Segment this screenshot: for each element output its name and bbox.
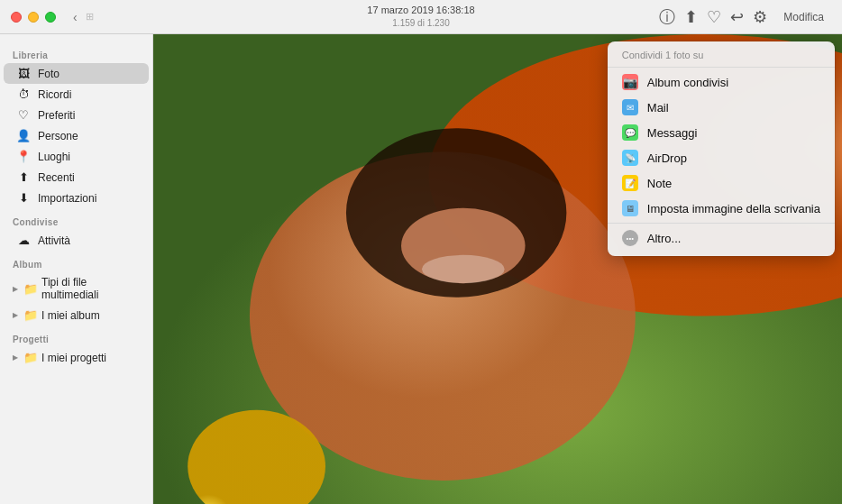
triangle-icon-tipi: ▶ xyxy=(13,285,18,293)
sidebar-item-attivita[interactable]: ☁ Attività xyxy=(4,230,149,251)
rotate-button[interactable]: ↩ xyxy=(730,9,744,25)
titlebar: ‹ ⊞ 17 marzo 2019 16:38:18 1.159 di 1.23… xyxy=(0,0,842,34)
dropdown-item-scrivania[interactable]: 🖥 Imposta immagine della scrivania xyxy=(608,196,835,221)
triangle-icon-miei: ▶ xyxy=(13,311,18,319)
minimize-button[interactable] xyxy=(28,12,39,23)
sidebar-item-label-preferiti: Preferiti xyxy=(38,109,75,122)
sidebar-item-label-foto: Foto xyxy=(38,68,59,80)
sidebar-item-tipi[interactable]: ▶ 📁 Tipi di file multimediali xyxy=(0,272,152,305)
dropdown-item-airdrop[interactable]: 📡 AirDrop xyxy=(608,145,835,170)
sidebar-item-preferiti[interactable]: ♡ Preferiti xyxy=(4,105,149,125)
sidebar-item-ricordi[interactable]: ⏱ Ricordi xyxy=(4,84,149,105)
tools-button[interactable]: ⚙ xyxy=(753,9,767,25)
dropdown-item-note[interactable]: 📝 Note xyxy=(608,170,835,196)
sidebar-item-recenti[interactable]: ⬆ Recenti xyxy=(4,167,149,188)
sidebar-item-label-importazioni: Importazioni xyxy=(38,192,96,205)
dropdown-item-mail[interactable]: ✉ Mail xyxy=(608,95,835,120)
sidebar-item-importazioni[interactable]: ⬇ Importazioni xyxy=(4,188,149,208)
sidebar-item-miei-progetti[interactable]: ▶ 📁 I miei progetti xyxy=(0,347,152,368)
favorite-button[interactable]: ♡ xyxy=(707,9,721,25)
triangle-icon-progetti: ▶ xyxy=(13,353,18,362)
nav-divider: ⊞ xyxy=(86,11,94,23)
main-area: Libreria 🖼 Foto ⏱ Ricordi ♡ Preferiti 👤 … xyxy=(0,34,842,504)
album-condivisi-icon: 📷 xyxy=(622,74,638,90)
maximize-button[interactable] xyxy=(45,12,56,23)
dropdown-item-album-condivisi[interactable]: 📷 Album condivisi xyxy=(608,69,835,95)
photo-count: 1.159 di 1.230 xyxy=(367,17,474,30)
modifica-button[interactable]: Modifica xyxy=(776,9,831,25)
miei-progetti-icon: 📁 xyxy=(23,351,38,364)
traffic-lights: ‹ ⊞ xyxy=(11,10,94,24)
share-button[interactable]: ⬆ xyxy=(684,9,698,25)
titlebar-right: ⓘ ⬆ ♡ ↩ ⚙ Modifica xyxy=(659,9,831,25)
sidebar-item-label-recenti: Recenti xyxy=(38,171,75,184)
scrivania-icon: 🖥 xyxy=(622,200,638,216)
dropdown-header: Condividi 1 foto su xyxy=(608,47,835,65)
foto-icon: 🖼 xyxy=(16,67,31,80)
dropdown-label-messaggi: Messaggi xyxy=(647,126,698,140)
dropdown-label-note: Note xyxy=(647,177,672,190)
dropdown-item-altro[interactable]: ••• Altro... xyxy=(608,225,835,251)
dropdown-label-scrivania: Imposta immagine della scrivania xyxy=(647,202,820,215)
sidebar-item-luoghi[interactable]: 📍 Luoghi xyxy=(4,146,149,167)
sidebar-item-label-persone: Persone xyxy=(38,130,78,142)
altro-icon: ••• xyxy=(622,230,638,246)
sidebar-item-label-miei-progetti: I miei progetti xyxy=(41,352,106,364)
airdrop-icon: 📡 xyxy=(622,150,638,166)
miei-album-icon: 📁 xyxy=(23,308,38,322)
messaggi-icon: 💬 xyxy=(622,124,638,141)
sidebar-item-label-luoghi: Luoghi xyxy=(38,151,70,163)
section-label-progetti: Progetti xyxy=(0,325,152,347)
recenti-icon: ⬆ xyxy=(16,170,31,184)
close-button[interactable] xyxy=(11,12,22,23)
mail-icon: ✉ xyxy=(622,99,638,115)
dropdown-divider-top xyxy=(608,67,835,68)
section-label-libreria: Libreria xyxy=(0,41,152,63)
dropdown-item-messaggi[interactable]: 💬 Messaggi xyxy=(608,120,835,145)
dropdown-label-airdrop: AirDrop xyxy=(647,151,687,165)
sidebar-item-label-ricordi: Ricordi xyxy=(38,88,71,101)
attivita-icon: ☁ xyxy=(16,234,31,247)
sidebar-item-label-miei-album: I miei album xyxy=(41,309,100,322)
dropdown-label-altro: Altro... xyxy=(647,232,682,245)
photo-area: Condividi 1 foto su 📷 Album condivisi ✉ … xyxy=(153,34,842,504)
sidebar: Libreria 🖼 Foto ⏱ Ricordi ♡ Preferiti 👤 … xyxy=(0,34,153,504)
titlebar-center: 17 marzo 2019 16:38:18 1.159 di 1.230 xyxy=(367,4,474,30)
photo-date: 17 marzo 2019 16:38:18 xyxy=(367,4,474,17)
svg-point-6 xyxy=(422,255,505,283)
section-label-condivise: Condivise xyxy=(0,208,152,230)
note-icon: 📝 xyxy=(622,175,638,191)
ricordi-icon: ⏱ xyxy=(16,87,31,101)
info-button[interactable]: ⓘ xyxy=(659,9,675,25)
tipi-icon: 📁 xyxy=(23,282,38,296)
sidebar-item-label-tipi: Tipi di file multimediali xyxy=(41,276,140,301)
sidebar-item-label-attivita: Attività xyxy=(38,234,70,247)
sidebar-item-persone[interactable]: 👤 Persone xyxy=(4,125,149,146)
luoghi-icon: 📍 xyxy=(16,150,31,163)
back-button[interactable]: ‹ xyxy=(73,10,78,24)
dropdown-label-album-condivisi: Album condivisi xyxy=(647,76,728,89)
preferiti-icon: ♡ xyxy=(16,108,31,122)
importazioni-icon: ⬇ xyxy=(16,191,31,205)
persone-icon: 👤 xyxy=(16,129,31,142)
sidebar-item-foto[interactable]: 🖼 Foto xyxy=(4,63,149,84)
sidebar-item-miei-album[interactable]: ▶ 📁 I miei album xyxy=(0,305,152,325)
dropdown-label-mail: Mail xyxy=(647,101,669,115)
dropdown-divider-bottom xyxy=(608,223,835,224)
share-dropdown: Condividi 1 foto su 📷 Album condivisi ✉ … xyxy=(608,41,835,256)
section-label-album: Album xyxy=(0,251,152,272)
